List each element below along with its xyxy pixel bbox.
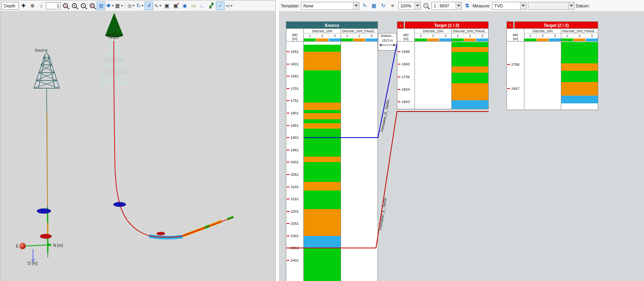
location-pin-icon[interactable]: ◉ [180,2,189,10]
source-blue-marker-disk[interactable] [37,209,51,214]
depth-tick: 2201 [287,209,299,213]
zoom-in-icon[interactable]: + [70,2,78,10]
chevron-down-icon[interactable] [414,2,420,9]
vertical-scale-input[interactable] [46,2,61,9]
pseudo-column-header[interactable]: Discrete_10m_Pseud... 1 2 3 [452,29,489,42]
source-pseudo-log[interactable] [341,42,378,281]
lithology-block-green [304,162,341,182]
chevron-down-icon[interactable] [520,2,526,9]
measure-select[interactable]: TVD [492,2,526,10]
zoom-actual-icon[interactable]: 1 [61,2,70,10]
chevron-down-icon[interactable] [111,5,114,7]
corner-plot-icon[interactable]: ∟ [198,2,207,10]
zoom-preset-icon[interactable]: − [422,2,430,10]
subcol-number: 3 [439,33,451,38]
subcol-number: 1 [524,33,536,38]
depth-tick: 2101 [287,185,299,189]
zoom-out-icon[interactable]: − [79,2,87,10]
save-icon[interactable]: ▦ [370,2,378,10]
view-pane-icon[interactable]: ▤ [97,2,105,10]
chevron-down-icon[interactable] [230,5,233,7]
source-track-header[interactable]: Source [286,21,378,29]
subcol-number: 2 [464,33,476,38]
pseudo-column-header[interactable]: Discrete_10m_Pseud... 1 2 3 [561,29,598,42]
edit-template-icon[interactable]: ✎ [361,2,369,10]
legend-strip [524,38,561,41]
depth-tick: 2708 [507,63,519,66]
vertical-exaggeration-icon[interactable]: ↕ [37,2,45,10]
distance-arrow-icon [379,43,396,47]
camera-icon[interactable]: ▣ [162,2,171,10]
3d-viewport[interactable]: Target Source [0,11,275,281]
target2-discrete-log[interactable] [524,42,561,110]
depth-tick: 1751 [287,99,299,103]
list-icon[interactable]: ≡ [389,2,397,10]
compass-icon[interactable]: ✱ [106,2,114,10]
discrete-column-header[interactable]: Discrete_10m 1 2 3 [304,29,341,42]
md-column-header: MD [m] [397,29,415,42]
depth-tick: 2251 [287,222,299,225]
link-icon[interactable]: ∞ [225,2,233,10]
well-section-toolbar: Template: None ✎ ▦ ↻ ≡ 100% − 1 : 5697 ⇅… [279,0,644,12]
discrete-column-header[interactable]: Discrete_10m 1 2 3 [524,29,561,42]
profile-icon[interactable]: ∿ [153,2,162,10]
snapshot-icon[interactable]: ▣+ [171,2,180,10]
subcol-number: 2 [536,33,549,38]
ruler-icon[interactable]: ▭ [189,2,198,10]
target1-track-subheader: MD [m] Discrete_10m 1 2 3 Discrete_10m_ [397,29,489,42]
lithology-block-orange [304,103,341,110]
chevron-down-icon[interactable] [141,5,144,7]
target1-track-header[interactable]: ↓ Target (1 / 2) [397,21,489,29]
lithology-block-blue [561,96,598,103]
target-blue-marker-disk[interactable] [113,202,126,207]
window-tile-icon[interactable]: ▦ [115,2,123,10]
source-discrete-log[interactable] [304,42,341,281]
lithology-block-blue [304,236,341,248]
check-view-icon[interactable]: ✓ [216,2,225,10]
visibility-icon[interactable]: ◎ [127,2,135,10]
distance-column: Distanc... 1513 m [378,33,397,51]
depth-tick: 2457 [507,87,519,91]
legend-strip [415,38,451,41]
subcol-number: 1 [341,33,353,38]
subcol-number: 2 [427,33,439,38]
chevron-down-icon[interactable] [456,2,461,9]
target-label: Target [108,35,119,39]
flip-order-icon[interactable]: ⇅ [463,2,471,10]
rotate-lock-icon[interactable]: ↺ [144,2,153,10]
pseudo-column-header[interactable]: Discrete_10m_Pseud... 1 2 3 [341,29,378,42]
target2-track-header[interactable]: ↑ Target (2 / 2) [506,21,598,29]
depth-mode-button[interactable]: Depth [2,2,19,10]
chevron-down-icon[interactable] [121,5,123,7]
lithology-block-green [452,73,488,83]
target1-discrete-log[interactable] [415,42,452,109]
depth-tick: 1851 [287,124,299,127]
subcol-number: 2 [573,33,586,38]
source-label: Source [35,48,47,52]
subcol-number: 3 [585,33,598,38]
chevron-down-icon[interactable] [353,2,359,9]
legend-strip [561,38,598,41]
target-red-marker-disk[interactable] [157,232,165,236]
chevron-down-icon[interactable] [132,5,135,7]
zoom-select[interactable]: 100% [398,2,421,10]
target2-pseudo-log[interactable] [561,42,598,110]
subcol-number: 1 [452,33,464,38]
source-depth-ruler: 1551160116511701175118011851190119512001… [286,42,304,281]
chart-icon[interactable]: ▞ [207,2,216,10]
recenter-icon[interactable]: ⊕ [28,2,37,10]
target1-pseudo-log[interactable] [452,42,489,109]
pan-icon[interactable]: ✚ [19,2,28,10]
chevron-down-icon[interactable] [159,5,162,7]
rotate-view-icon[interactable]: ↻ [136,2,144,10]
refresh-icon[interactable]: ↻ [379,2,387,10]
lithology-block-orange [561,63,598,71]
source-red-marker-disk[interactable] [40,234,52,239]
discrete-column-header[interactable]: Discrete_10m 1 2 3 [415,29,452,42]
distance-header: Distanc... [378,33,397,38]
depth-tick: 1551 [287,50,299,54]
axis-depth-label: D [m] [28,261,37,265]
zoom-redo-icon[interactable]: C [88,2,96,10]
scale-select[interactable]: 1 : 5697 [432,2,462,10]
template-select[interactable]: None [301,2,359,10]
